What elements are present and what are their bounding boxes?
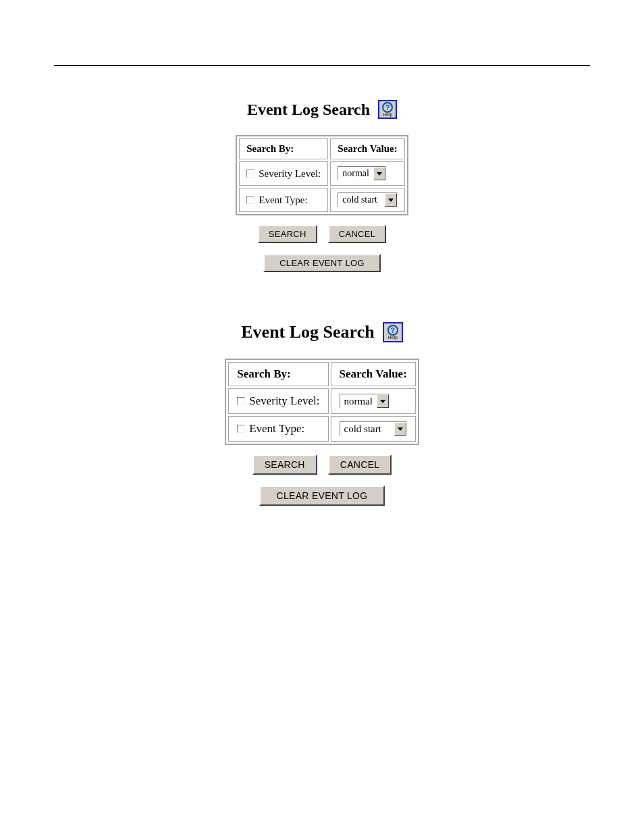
- event-type-checkbox[interactable]: [237, 425, 245, 433]
- event-type-label: Event Type:: [259, 194, 307, 205]
- header-search-value: Search Value:: [331, 362, 416, 386]
- event-type-value-cell: cold start: [331, 416, 416, 442]
- header-search-value: Search Value:: [330, 138, 404, 159]
- severity-checkbox[interactable]: [237, 397, 245, 405]
- top-divider: [54, 65, 590, 66]
- panel-title: Event Log Search: [241, 322, 374, 342]
- severity-value-cell: normal: [331, 388, 416, 414]
- severity-select-value: normal: [340, 394, 377, 408]
- help-button[interactable]: ? Help: [383, 322, 403, 342]
- event-type-select-value: cold start: [338, 193, 384, 207]
- event-type-select[interactable]: cold start: [338, 192, 397, 207]
- severity-label: Severity Level:: [249, 394, 319, 407]
- severity-select-value: normal: [338, 167, 373, 180]
- help-icon: ?: [382, 102, 393, 113]
- event-type-cell: Event Type:: [239, 188, 328, 212]
- help-label: Help: [388, 335, 398, 340]
- severity-value-cell: normal: [330, 161, 404, 186]
- event-type-cell: Event Type:: [228, 416, 328, 442]
- help-label: Help: [383, 112, 392, 117]
- severity-select[interactable]: normal: [340, 394, 390, 409]
- dropdown-arrow-icon: [377, 394, 389, 408]
- event-log-search-panel-2: Event Log Search ? Help Search By: Searc…: [54, 322, 590, 509]
- severity-level-cell: Severity Level:: [239, 161, 328, 186]
- event-type-value-cell: cold start: [330, 188, 404, 212]
- severity-select[interactable]: normal: [338, 166, 386, 181]
- dropdown-arrow-icon: [373, 167, 385, 180]
- help-button[interactable]: ? Help: [378, 100, 397, 119]
- help-icon: ?: [387, 325, 398, 336]
- severity-level-cell: Severity Level:: [228, 388, 328, 414]
- event-log-search-panel-1: Event Log Search ? Help Search By: Searc…: [54, 100, 590, 275]
- search-criteria-table: Search By: Search Value: Severity Level:…: [236, 135, 408, 215]
- severity-label: Severity Level:: [259, 168, 321, 179]
- cancel-button[interactable]: CANCEL: [328, 454, 392, 475]
- event-type-select[interactable]: cold start: [340, 421, 407, 436]
- severity-checkbox[interactable]: [246, 170, 254, 178]
- cancel-button[interactable]: CANCEL: [328, 225, 387, 243]
- clear-event-log-button[interactable]: CLEAR EVENT LOG: [263, 254, 381, 272]
- header-search-by: Search By:: [228, 362, 328, 386]
- dropdown-arrow-icon: [385, 193, 397, 207]
- clear-event-log-button[interactable]: CLEAR EVENT LOG: [259, 486, 385, 506]
- event-type-checkbox[interactable]: [246, 196, 254, 204]
- panel-title: Event Log Search: [247, 101, 370, 119]
- search-button[interactable]: SEARCH: [258, 225, 317, 243]
- header-search-by: Search By:: [239, 138, 328, 159]
- event-type-label: Event Type:: [249, 422, 304, 435]
- search-criteria-table: Search By: Search Value: Severity Level:…: [225, 359, 419, 445]
- search-button[interactable]: SEARCH: [252, 454, 317, 475]
- dropdown-arrow-icon: [394, 422, 406, 436]
- event-type-select-value: cold start: [340, 422, 394, 436]
